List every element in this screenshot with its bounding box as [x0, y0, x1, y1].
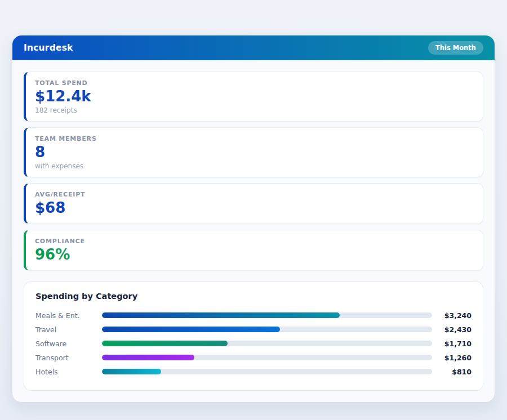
stat-subtext: with expenses: [35, 162, 474, 170]
stat-label: COMPLIANCE: [35, 238, 474, 245]
stat-subtext: 182 receipts: [35, 106, 474, 114]
category-label: Meals & Ent.: [35, 311, 102, 320]
chart-row: Hotels $810: [35, 365, 472, 379]
bar-fill: [102, 369, 161, 374]
bar-track: [102, 341, 432, 346]
category-label: Transport: [35, 354, 102, 362]
app-title: Incurdesk: [24, 43, 73, 53]
chart-title: Spending by Category: [35, 292, 472, 301]
stat-card-team-members: TEAM MEMBERS 8 with expenses: [24, 127, 483, 177]
category-label: Software: [35, 339, 102, 348]
bar-value-label: $2,430: [432, 325, 472, 334]
chart-row: Software $1,710: [35, 337, 472, 351]
stat-card-total-spend: TOTAL SPEND $12.4k 182 receipts: [24, 72, 483, 122]
dashboard-panel: Incurdesk This Month TOTAL SPEND $12.4k …: [12, 35, 495, 402]
category-label: Travel: [35, 325, 102, 334]
stat-label: AVG/RECEIPT: [35, 191, 474, 198]
bar-fill: [102, 312, 340, 318]
bar-track: [102, 369, 432, 374]
app-header: Incurdesk This Month: [12, 35, 495, 60]
dashboard-body: TOTAL SPEND $12.4k 182 receipts TEAM MEM…: [12, 60, 495, 402]
stat-label: TEAM MEMBERS: [35, 135, 474, 142]
chart-row: Transport $1,260: [35, 351, 472, 365]
bar-value-label: $1,260: [432, 354, 472, 362]
bar-value-label: $1,710: [432, 339, 472, 348]
bar-value-label: $3,240: [432, 311, 472, 320]
category-bar-chart: Meals & Ent. $3,240 Travel $2,430 Softwa…: [35, 309, 472, 379]
stat-value: $12.4k: [35, 88, 474, 105]
category-label: Hotels: [35, 368, 102, 376]
bar-track: [102, 312, 432, 318]
period-badge[interactable]: This Month: [428, 41, 483, 55]
bar-track: [102, 355, 432, 360]
bar-fill: [102, 327, 280, 332]
stat-label: TOTAL SPEND: [35, 79, 474, 87]
chart-row: Meals & Ent. $3,240: [35, 309, 472, 323]
chart-row: Travel $2,430: [35, 323, 472, 337]
bar-value-label: $810: [432, 368, 472, 376]
stat-card-compliance: COMPLIANCE 96%: [24, 230, 483, 271]
bar-track: [102, 327, 432, 332]
stat-card-avg-receipt: AVG/RECEIPT $68: [24, 183, 483, 224]
bar-fill: [102, 341, 228, 346]
stat-value: 96%: [35, 247, 474, 263]
stat-value: $68: [35, 200, 474, 217]
spending-by-category-card: Spending by Category Meals & Ent. $3,240…: [24, 282, 483, 391]
stat-value: 8: [35, 144, 474, 161]
bar-fill: [102, 355, 194, 360]
